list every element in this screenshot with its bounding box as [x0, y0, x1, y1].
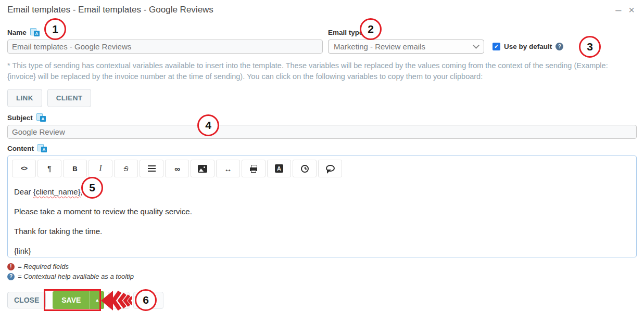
insert-link-button[interactable]: ∞ — [165, 160, 189, 177]
content-label: Content — [7, 145, 34, 152]
comment-button[interactable] — [318, 160, 342, 177]
chevron-down-icon — [473, 42, 479, 49]
source-code-button[interactable]: <> — [12, 160, 36, 177]
template-variable: {client_name} — [33, 187, 81, 196]
annotation-circle-2: 2 — [360, 18, 382, 40]
horizontal-rule-button[interactable]: ↔ — [216, 160, 240, 177]
use-by-default-group: ✓ Use by default ? — [493, 43, 563, 50]
content-line: Please take a moment to review the quali… — [14, 206, 630, 216]
translate-icon — [30, 28, 40, 36]
dialog-titlebar: Email templates - Email templates - Goog… — [7, 0, 637, 18]
strikethrough-button[interactable]: S — [114, 160, 138, 177]
page-title: Email templates - Email templates - Goog… — [7, 5, 213, 15]
insert-time-button[interactable] — [293, 160, 317, 177]
annotation-circle-1: 1 — [44, 18, 66, 40]
variable-button-link[interactable]: LINK — [7, 89, 42, 107]
help-icon[interactable]: ? — [555, 43, 563, 50]
help-icon: ? — [7, 273, 15, 280]
subject-label-row: Subject — [7, 113, 637, 122]
link-icon: ∞ — [174, 164, 180, 173]
email-type-label: Email type — [328, 29, 363, 36]
content-line: Thank for taking the time. — [14, 226, 630, 236]
email-type-select[interactable]: Marketing - Review emails — [328, 40, 484, 54]
annotation-arrow — [101, 290, 132, 311]
comment-bubble-icon — [326, 165, 335, 172]
email-type-label-row: Email type — [328, 28, 484, 37]
email-type-selected-value: Marketing - Review emails — [334, 42, 425, 51]
name-input[interactable] — [7, 40, 323, 54]
variable-buttons-row: LINK CLIENT — [7, 89, 637, 107]
legend-required-text: = Required fields — [18, 263, 69, 270]
legend-help-row: ? = Contextual help available as a toolt… — [7, 273, 134, 280]
annotation-circle-6: 6 — [135, 289, 157, 311]
variables-note: * This type of sending has contextual va… — [7, 60, 637, 82]
italic-icon: I — [99, 164, 102, 173]
font-color-icon: A — [275, 164, 283, 173]
translate-icon — [36, 113, 46, 122]
print-icon — [250, 167, 257, 171]
window-controls: – × — [615, 5, 637, 15]
content-line: {link} — [14, 246, 630, 256]
editor-toolbar: <> ¶ B I S ∞ ↔ A — [8, 156, 636, 180]
strikethrough-icon: S — [124, 165, 129, 173]
clock-icon — [301, 165, 309, 173]
paragraph-button[interactable]: ¶ — [37, 160, 61, 177]
use-by-default-checkbox[interactable]: ✓ — [493, 43, 500, 50]
annotation-circle-4: 4 — [197, 114, 219, 136]
subject-label: Subject — [7, 114, 33, 122]
legend-help-text: = Contextual help available as a tooltip — [18, 273, 134, 280]
checkmark-icon: ✓ — [494, 43, 499, 50]
content-editor: <> ¶ B I S ∞ ↔ A Dear {client_name}, Ple… — [7, 156, 637, 257]
print-button[interactable] — [242, 160, 266, 177]
content-label-row: Content — [7, 144, 637, 153]
annotation-rect-save — [44, 289, 101, 311]
image-icon — [198, 165, 207, 173]
required-icon: ! — [7, 263, 15, 270]
legend-required-row: ! = Required fields — [7, 263, 134, 270]
insert-image-button[interactable] — [191, 160, 214, 177]
annotation-circle-3: 3 — [579, 36, 601, 58]
horizontal-arrow-icon: ↔ — [224, 164, 232, 173]
unordered-list-button[interactable] — [140, 160, 163, 177]
name-type-row: Name Email type Marketing - Review email… — [7, 28, 637, 54]
translate-icon — [37, 144, 47, 152]
paragraph-icon: ¶ — [47, 164, 52, 173]
variable-button-client[interactable]: CLIENT — [47, 89, 92, 107]
italic-button[interactable]: I — [89, 160, 112, 177]
source-code-icon: <> — [21, 165, 27, 172]
close-icon[interactable]: × — [628, 5, 635, 15]
name-label: Name — [7, 29, 27, 36]
bold-button[interactable]: B — [63, 160, 87, 177]
minimize-icon[interactable]: – — [615, 5, 621, 15]
annotation-circle-5: 5 — [81, 177, 103, 199]
subject-input[interactable] — [7, 125, 637, 139]
unordered-list-icon — [148, 165, 156, 166]
bold-icon: B — [72, 165, 77, 173]
content-line: Dear {client_name}, — [14, 187, 630, 197]
use-by-default-label: Use by default — [504, 43, 552, 50]
font-color-button[interactable]: A — [267, 160, 291, 177]
legend: ! = Required fields ? = Contextual help … — [7, 263, 134, 282]
close-button[interactable]: CLOSE — [7, 292, 46, 308]
